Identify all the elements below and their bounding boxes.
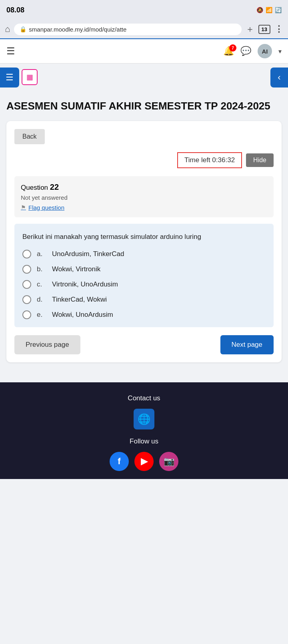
option-text-d: TinkerCad, Wokwi — [52, 296, 107, 304]
browser-bar: ⌂ 🔒 smanpar.moodle.my.id/mod/quiz/atte ＋… — [0, 20, 288, 39]
options-list: a. UnoArdusim, TinkerCad b. Wokwi, Virtr… — [22, 250, 266, 319]
add-tab-icon[interactable]: ＋ — [246, 23, 254, 35]
url-bar[interactable]: 🔒 smanpar.moodle.my.id/mod/quiz/atte — [14, 24, 241, 35]
question-status: Not yet answered — [21, 194, 267, 201]
question-text: Berikut ini manakah yang termasuk simula… — [22, 232, 266, 242]
option-label-d: d. — [37, 296, 46, 304]
option-radio-b[interactable] — [22, 265, 31, 274]
footer-follow-label: Follow us — [6, 437, 282, 445]
option-text-e: Wokwi, UnoArdusim — [52, 311, 113, 319]
list-item[interactable]: e. Wokwi, UnoArdusim — [22, 310, 266, 319]
hamburger-icon[interactable]: ☰ — [6, 46, 15, 57]
next-page-button[interactable]: Next page — [220, 335, 274, 354]
flag-question-link[interactable]: ⚑ Flag question — [21, 204, 267, 211]
option-radio-d[interactable] — [22, 295, 31, 304]
footer: Contact us 🌐 Follow us f ▶ 📷 — [0, 382, 288, 479]
timer-row: Time left 0:36:32 Hide — [14, 152, 274, 168]
notification-badge: 7 — [229, 44, 236, 52]
home-icon[interactable]: ⌂ — [5, 24, 10, 34]
collapse-panel-button[interactable]: ‹ — [270, 68, 288, 87]
facebook-icon[interactable]: f — [110, 452, 129, 471]
question-header: Question 22 Not yet answered ⚑ Flag ques… — [14, 176, 274, 217]
sidebar-toggle-button[interactable]: ☰ — [0, 68, 19, 87]
option-radio-a[interactable] — [22, 250, 31, 258]
quiz-nav-bar: ☰ ▦ ‹ — [0, 64, 288, 91]
lock-icon: 🔒 — [20, 26, 26, 32]
notification-icon[interactable]: 🔔 7 — [223, 46, 234, 56]
tab-count[interactable]: 13 — [258, 25, 270, 34]
url-text: smanpar.moodle.my.id/mod/quiz/atte — [29, 26, 126, 33]
menu-dots-icon[interactable]: ⋮ — [274, 24, 283, 34]
page-title: ASESMEN SUMATIF AKHIR SEMESTER TP 2024-2… — [6, 99, 282, 113]
youtube-icon[interactable]: ▶ — [134, 452, 154, 471]
instagram-icon[interactable]: 📷 — [159, 452, 178, 471]
app-header: ☰ 🔔 7 💬 AI ▾ — [0, 39, 288, 64]
option-radio-c[interactable] — [22, 280, 31, 289]
browser-actions: ＋ 13 ⋮ — [246, 23, 283, 35]
list-item[interactable]: c. Virtronik, UnoArdusim — [22, 280, 266, 289]
signal-icon: 📶 — [266, 7, 272, 13]
list-item[interactable]: d. TinkerCad, Wokwi — [22, 295, 266, 304]
back-button[interactable]: Back — [14, 129, 45, 144]
option-text-a: UnoArdusim, TinkerCad — [52, 250, 124, 258]
grid-view-button[interactable]: ▦ — [22, 69, 38, 85]
question-number: Question 22 — [21, 183, 267, 192]
avatar[interactable]: AI — [258, 44, 272, 58]
hide-button[interactable]: Hide — [246, 153, 274, 167]
option-label-c: c. — [37, 280, 46, 288]
social-icons: f ▶ 📷 — [6, 452, 282, 471]
option-text-c: Virtronik, UnoArdusim — [52, 280, 118, 288]
nav-buttons: Previous page Next page — [14, 335, 274, 354]
mute-icon: 🔕 — [256, 7, 263, 13]
globe-button[interactable]: 🌐 — [134, 409, 154, 429]
header-right: 🔔 7 💬 AI ▾ — [223, 44, 282, 58]
previous-page-button[interactable]: Previous page — [14, 335, 80, 354]
list-item[interactable]: a. UnoArdusim, TinkerCad — [22, 250, 266, 258]
main-content: ASESMEN SUMATIF AKHIR SEMESTER TP 2024-2… — [0, 91, 288, 370]
option-radio-e[interactable] — [22, 310, 31, 319]
status-time: 08.08 — [6, 6, 24, 14]
timer-display: Time left 0:36:32 — [177, 152, 242, 168]
option-text-b: Wokwi, Virtronik — [52, 265, 100, 273]
quiz-card: Back Time left 0:36:32 Hide Question 22 … — [6, 121, 282, 363]
chevron-down-icon[interactable]: ▾ — [278, 48, 282, 55]
option-label-e: e. — [37, 311, 46, 319]
footer-contact-label: Contact us — [6, 394, 282, 402]
option-label-b: b. — [37, 265, 46, 273]
status-bar: 08.08 🔕 📶 🔄 — [0, 0, 288, 20]
question-body: Berikut ini manakah yang termasuk simula… — [14, 224, 274, 328]
list-item[interactable]: b. Wokwi, Virtronik — [22, 265, 266, 274]
status-icons: 🔕 📶 🔄 — [256, 7, 282, 13]
flag-icon: ⚑ — [21, 204, 26, 211]
battery-icon: 🔄 — [275, 7, 282, 13]
chat-icon[interactable]: 💬 — [240, 46, 251, 56]
option-label-a: a. — [37, 250, 46, 258]
